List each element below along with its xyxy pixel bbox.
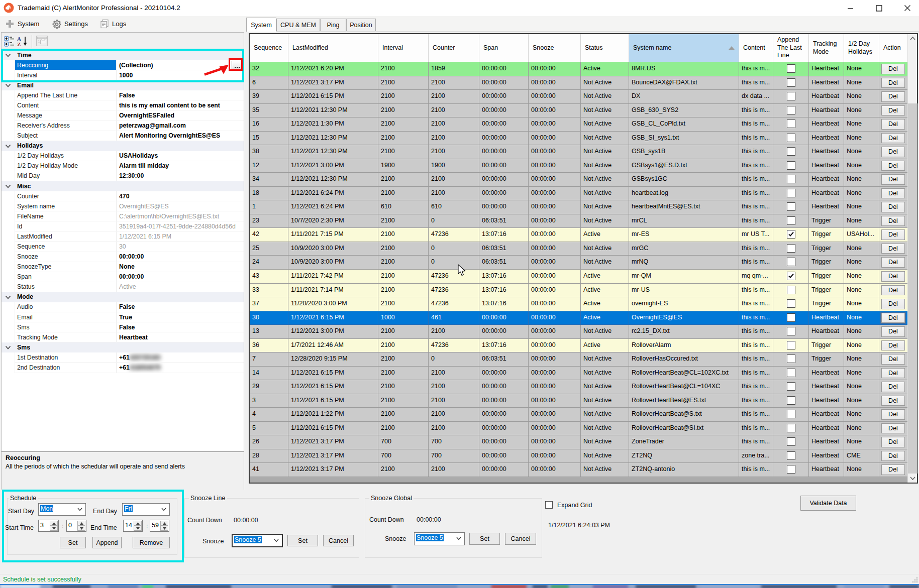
grid-row-7[interactable]: 712/28/2020 9:15 PM2100006:03:5100:00:00…: [250, 352, 908, 367]
property-row-filename[interactable]: FileNameC:\alertmon\hb\OvernightES@ES.tx…: [2, 211, 244, 221]
menu-item-logs[interactable]: Logs: [100, 16, 126, 32]
property-row-subject[interactable]: SubjectAlert Monitoring OvernightES@ES: [2, 131, 244, 141]
stepper-down-icon[interactable]: [134, 526, 142, 531]
grid-row-42[interactable]: 421/11/2021 7:15 PM21004723613:07:1600:0…: [250, 228, 908, 242]
checkbox-unchecked-icon[interactable]: [787, 258, 795, 266]
menu-item-system[interactable]: System: [5, 16, 39, 32]
checkbox-unchecked-icon[interactable]: [787, 465, 795, 474]
column-header-content[interactable]: Content: [739, 34, 773, 62]
checkbox-checked-icon[interactable]: [787, 272, 795, 280]
schedule-set-button[interactable]: Set: [60, 537, 86, 548]
column-header-1-2-day-holidays[interactable]: 1/2 Day Holidays: [844, 34, 879, 62]
grid-row-3[interactable]: 31/12/2021 6:15 PM2100210000:00:0000:00:…: [250, 394, 908, 408]
checkbox-unchecked-icon[interactable]: [787, 147, 795, 156]
checkbox-unchecked-icon[interactable]: [787, 437, 795, 446]
grid-row-24[interactable]: 2410/9/2020 3:00 PM2100006:03:5100:00:00…: [250, 256, 908, 270]
cell-checked[interactable]: [773, 117, 809, 132]
grid-row-1[interactable]: 11/12/2021 6:24 PM61061000:00:0000:00:00…: [250, 200, 908, 214]
delete-row-button[interactable]: Del: [881, 78, 905, 88]
cell-action[interactable]: Del: [879, 367, 908, 381]
cell-checked[interactable]: [773, 256, 809, 270]
delete-row-button[interactable]: Del: [881, 133, 905, 144]
cell-action[interactable]: Del: [879, 228, 908, 242]
checkbox-unchecked-icon[interactable]: [787, 78, 795, 87]
checkbox-unchecked-icon[interactable]: [787, 369, 795, 377]
start-hour-stepper[interactable]: 3: [38, 520, 59, 532]
delete-row-button[interactable]: Del: [881, 257, 905, 268]
delete-row-button[interactable]: Del: [881, 119, 905, 130]
cell-checked[interactable]: [773, 270, 809, 284]
property-row-tracking-mode[interactable]: Tracking ModeHeartbeat: [2, 332, 244, 342]
property-row-counter[interactable]: Counter470: [2, 191, 244, 201]
cell-action[interactable]: Del: [879, 132, 908, 146]
cell-action[interactable]: Del: [879, 117, 908, 132]
scrollbar-thumb[interactable]: [908, 103, 917, 474]
resize-grip-icon[interactable]: [912, 577, 918, 583]
cell-checked[interactable]: [773, 367, 809, 381]
cell-action[interactable]: Del: [879, 104, 908, 118]
grid-row-23[interactable]: 2310/7/2020 2:30 PM2100006:03:5100:00:00…: [250, 214, 908, 228]
cell-action[interactable]: Del: [879, 435, 908, 449]
cell-action[interactable]: Del: [879, 256, 908, 270]
cell-action[interactable]: Del: [879, 76, 908, 90]
cell-action[interactable]: Del: [879, 145, 908, 159]
grid-row-41[interactable]: 411/12/2021 3:17 PM2100210000:00:0000:00…: [250, 463, 908, 477]
cell-checked[interactable]: [773, 297, 809, 311]
grid-row-38[interactable]: 381/12/2021 12:30 PM2100210000:00:0000:0…: [250, 145, 908, 159]
close-button[interactable]: [896, 0, 919, 16]
stepper-up-icon[interactable]: [50, 521, 58, 526]
property-row-1-2-day-holidays[interactable]: 1/2 Day HolidaysUSAHolidays: [2, 151, 244, 161]
stepper-up-icon[interactable]: [77, 521, 85, 526]
cell-checked[interactable]: [773, 394, 809, 408]
delete-row-button[interactable]: Del: [881, 91, 905, 102]
cell-checked[interactable]: [773, 200, 809, 214]
stepper-up-icon[interactable]: [160, 521, 168, 526]
delete-row-button[interactable]: Del: [881, 340, 905, 351]
cell-checked[interactable]: [773, 463, 809, 477]
cell-action[interactable]: Del: [879, 394, 908, 408]
property-category-misc[interactable]: Misc: [2, 181, 244, 191]
grid-row-18[interactable]: 181/12/2021 6:24 PM2100210000:00:0000:00…: [250, 187, 908, 201]
delete-row-button[interactable]: Del: [881, 188, 905, 199]
property-category-time[interactable]: Time: [2, 50, 244, 60]
property-row-append-the-last-line[interactable]: Append The Last LineFalse: [2, 90, 244, 100]
cell-checked[interactable]: [773, 214, 809, 228]
grid-row-32[interactable]: 321/12/2021 6:20 PM2100185900:00:0000:00…: [250, 62, 908, 76]
cell-checked[interactable]: [773, 435, 809, 449]
cell-checked[interactable]: [773, 145, 809, 159]
checkbox-unchecked-icon[interactable]: [787, 341, 795, 349]
grid-vertical-scrollbar[interactable]: [907, 34, 917, 483]
checkbox-unchecked-icon[interactable]: [787, 202, 795, 211]
grid-row-37[interactable]: 3711/20/2020 3:00 PM21004723613:07:1600:…: [250, 297, 908, 311]
categorized-icon[interactable]: [4, 36, 15, 47]
property-row-content[interactable]: Contentthis is my email content to be se…: [2, 100, 244, 110]
checkbox-unchecked-icon[interactable]: [787, 92, 795, 100]
end-hour-stepper[interactable]: 14: [123, 520, 143, 532]
property-row-span[interactable]: Span00:00:00: [2, 272, 244, 282]
property-row-snooze[interactable]: Snooze00:00:00: [2, 252, 244, 262]
stepper-up-icon[interactable]: [134, 521, 142, 526]
validate-data-button[interactable]: Validate Data: [800, 496, 856, 511]
cell-checked[interactable]: [773, 104, 809, 118]
cell-action[interactable]: Del: [879, 62, 908, 76]
grid-row-30[interactable]: 301/12/2021 6:15 PM100046100:00:0000:00:…: [250, 311, 908, 325]
cell-checked[interactable]: [773, 242, 809, 256]
delete-row-button[interactable]: Del: [881, 285, 905, 296]
property-row-system-name[interactable]: System nameOvernightES@ES: [2, 201, 244, 211]
stepper-down-icon[interactable]: [77, 526, 85, 531]
cell-action[interactable]: Del: [879, 200, 908, 214]
checkbox-unchecked-icon[interactable]: [787, 106, 795, 114]
cell-action[interactable]: Del: [879, 422, 908, 436]
grid-row-14[interactable]: 141/12/2021 6:15 PM2100210000:00:0000:00…: [250, 367, 908, 381]
property-row-sms[interactable]: SmsFalse: [2, 322, 244, 332]
cell-checked[interactable]: [773, 408, 809, 422]
cell-action[interactable]: Del: [879, 339, 908, 353]
tab-system[interactable]: System: [246, 18, 276, 32]
delete-row-button[interactable]: Del: [881, 313, 905, 323]
snooze-global-combobox[interactable]: Snooze 5: [414, 532, 465, 545]
checkbox-unchecked-icon[interactable]: [787, 216, 795, 225]
property-category-email[interactable]: Email: [2, 80, 244, 90]
delete-row-button[interactable]: Del: [881, 382, 905, 392]
delete-row-button[interactable]: Del: [881, 423, 905, 434]
grid-row-12[interactable]: 121/12/2021 3:00 PM1900190000:00:0000:00…: [250, 159, 908, 173]
